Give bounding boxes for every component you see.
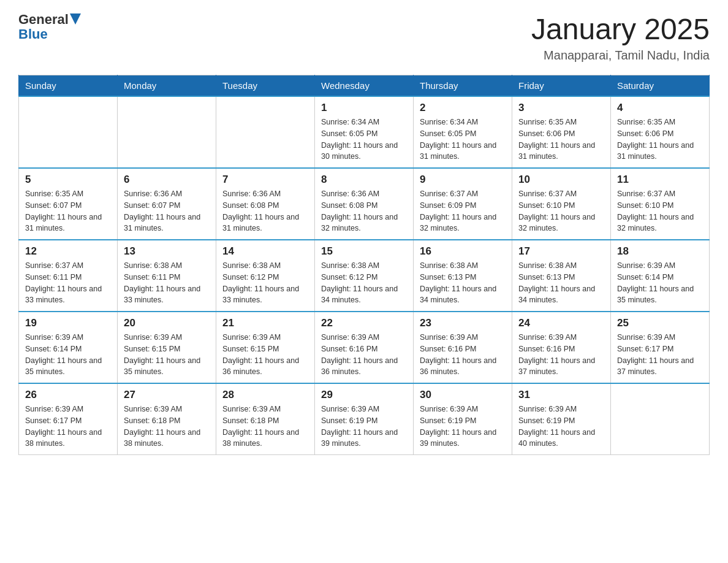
day-info: Sunrise: 6:39 AMSunset: 6:15 PMDaylight:… [124,332,210,378]
calendar-cell: 6Sunrise: 6:36 AMSunset: 6:07 PMDaylight… [118,168,216,240]
day-number: 17 [518,245,604,258]
day-number: 7 [222,174,308,186]
day-number: 28 [222,389,308,401]
day-number: 25 [617,317,703,329]
calendar-week-row: 12Sunrise: 6:37 AMSunset: 6:11 PMDayligh… [19,240,710,312]
day-number: 23 [420,317,506,329]
calendar-cell: 28Sunrise: 6:39 AMSunset: 6:18 PMDayligh… [216,383,315,455]
day-number: 20 [124,317,210,329]
calendar-cell: 11Sunrise: 6:37 AMSunset: 6:10 PMDayligh… [611,168,710,240]
day-number: 31 [518,389,604,401]
day-info: Sunrise: 6:39 AMSunset: 6:18 PMDaylight:… [222,404,308,450]
day-number: 9 [420,174,506,186]
calendar-header-row: SundayMondayTuesdayWednesdayThursdayFrid… [19,75,710,97]
calendar-cell: 29Sunrise: 6:39 AMSunset: 6:19 PMDayligh… [315,383,414,455]
day-number: 24 [518,317,604,329]
column-header-friday: Friday [512,75,611,97]
calendar-week-row: 1Sunrise: 6:34 AMSunset: 6:05 PMDaylight… [19,96,710,168]
day-number: 3 [518,102,604,114]
day-info: Sunrise: 6:39 AMSunset: 6:19 PMDaylight:… [518,404,604,450]
column-header-tuesday: Tuesday [216,75,315,97]
column-header-monday: Monday [118,75,216,97]
day-number: 12 [25,245,111,258]
calendar-week-row: 5Sunrise: 6:35 AMSunset: 6:07 PMDaylight… [19,168,710,240]
calendar-week-row: 19Sunrise: 6:39 AMSunset: 6:14 PMDayligh… [19,312,710,383]
day-info: Sunrise: 6:39 AMSunset: 6:15 PMDaylight:… [222,332,308,378]
calendar-cell: 19Sunrise: 6:39 AMSunset: 6:14 PMDayligh… [19,312,118,383]
calendar-week-row: 26Sunrise: 6:39 AMSunset: 6:17 PMDayligh… [19,383,710,455]
day-info: Sunrise: 6:39 AMSunset: 6:16 PMDaylight:… [420,332,506,378]
calendar-table: SundayMondayTuesdayWednesdayThursdayFrid… [18,75,710,455]
day-number: 11 [617,174,703,186]
logo: General Blue [18,12,81,42]
day-info: Sunrise: 6:38 AMSunset: 6:11 PMDaylight:… [124,260,210,306]
calendar-cell: 24Sunrise: 6:39 AMSunset: 6:16 PMDayligh… [512,312,611,383]
calendar-cell: 1Sunrise: 6:34 AMSunset: 6:05 PMDaylight… [315,96,414,168]
day-info: Sunrise: 6:38 AMSunset: 6:12 PMDaylight:… [222,260,308,306]
day-info: Sunrise: 6:36 AMSunset: 6:08 PMDaylight:… [321,188,407,234]
column-header-sunday: Sunday [19,75,118,97]
day-info: Sunrise: 6:39 AMSunset: 6:14 PMDaylight:… [617,260,703,306]
day-info: Sunrise: 6:39 AMSunset: 6:17 PMDaylight:… [25,404,111,450]
calendar-cell: 16Sunrise: 6:38 AMSunset: 6:13 PMDayligh… [414,240,512,312]
calendar-cell: 2Sunrise: 6:34 AMSunset: 6:05 PMDaylight… [414,96,512,168]
day-info: Sunrise: 6:37 AMSunset: 6:10 PMDaylight:… [617,188,703,234]
calendar-cell: 3Sunrise: 6:35 AMSunset: 6:06 PMDaylight… [512,96,611,168]
day-info: Sunrise: 6:38 AMSunset: 6:13 PMDaylight:… [420,260,506,306]
calendar-cell: 20Sunrise: 6:39 AMSunset: 6:15 PMDayligh… [118,312,216,383]
day-info: Sunrise: 6:37 AMSunset: 6:09 PMDaylight:… [420,188,506,234]
calendar-cell: 31Sunrise: 6:39 AMSunset: 6:19 PMDayligh… [512,383,611,455]
day-info: Sunrise: 6:39 AMSunset: 6:19 PMDaylight:… [420,404,506,450]
day-info: Sunrise: 6:35 AMSunset: 6:07 PMDaylight:… [25,188,111,234]
location-subtitle: Manapparai, Tamil Nadu, India [531,48,710,63]
day-number: 8 [321,174,407,186]
day-number: 21 [222,317,308,329]
calendar-cell: 12Sunrise: 6:37 AMSunset: 6:11 PMDayligh… [19,240,118,312]
calendar-cell: 23Sunrise: 6:39 AMSunset: 6:16 PMDayligh… [414,312,512,383]
logo-general-text: General [18,12,69,27]
svg-marker-0 [70,13,81,25]
day-info: Sunrise: 6:38 AMSunset: 6:12 PMDaylight:… [321,260,407,306]
calendar-cell: 30Sunrise: 6:39 AMSunset: 6:19 PMDayligh… [414,383,512,455]
day-number: 2 [420,102,506,114]
day-info: Sunrise: 6:39 AMSunset: 6:16 PMDaylight:… [518,332,604,378]
calendar-cell [19,96,118,168]
day-info: Sunrise: 6:34 AMSunset: 6:05 PMDaylight:… [420,117,506,163]
day-info: Sunrise: 6:39 AMSunset: 6:14 PMDaylight:… [25,332,111,378]
day-info: Sunrise: 6:34 AMSunset: 6:05 PMDaylight:… [321,117,407,163]
day-number: 18 [617,245,703,258]
calendar-cell: 18Sunrise: 6:39 AMSunset: 6:14 PMDayligh… [611,240,710,312]
day-number: 14 [222,245,308,258]
day-number: 6 [124,174,210,186]
month-title: January 2025 [531,12,710,46]
day-number: 1 [321,102,407,114]
calendar-cell: 10Sunrise: 6:37 AMSunset: 6:10 PMDayligh… [512,168,611,240]
logo-blue-text: Blue [18,26,48,42]
calendar-cell: 4Sunrise: 6:35 AMSunset: 6:06 PMDaylight… [611,96,710,168]
column-header-wednesday: Wednesday [315,75,414,97]
day-number: 26 [25,389,111,401]
calendar-cell: 8Sunrise: 6:36 AMSunset: 6:08 PMDaylight… [315,168,414,240]
day-number: 27 [124,389,210,401]
page-header: General Blue January 2025 Manapparai, Ta… [18,12,710,63]
day-number: 10 [518,174,604,186]
day-info: Sunrise: 6:39 AMSunset: 6:16 PMDaylight:… [321,332,407,378]
logo-triangle-icon [70,13,81,26]
day-number: 29 [321,389,407,401]
calendar-cell: 22Sunrise: 6:39 AMSunset: 6:16 PMDayligh… [315,312,414,383]
day-number: 19 [25,317,111,329]
column-header-saturday: Saturday [611,75,710,97]
day-number: 15 [321,245,407,258]
calendar-cell: 13Sunrise: 6:38 AMSunset: 6:11 PMDayligh… [118,240,216,312]
calendar-cell: 5Sunrise: 6:35 AMSunset: 6:07 PMDaylight… [19,168,118,240]
calendar-cell [611,383,710,455]
calendar-cell: 27Sunrise: 6:39 AMSunset: 6:18 PMDayligh… [118,383,216,455]
calendar-cell: 9Sunrise: 6:37 AMSunset: 6:09 PMDaylight… [414,168,512,240]
calendar-cell: 26Sunrise: 6:39 AMSunset: 6:17 PMDayligh… [19,383,118,455]
calendar-cell: 21Sunrise: 6:39 AMSunset: 6:15 PMDayligh… [216,312,315,383]
calendar-cell: 15Sunrise: 6:38 AMSunset: 6:12 PMDayligh… [315,240,414,312]
column-header-thursday: Thursday [414,75,512,97]
calendar-cell: 14Sunrise: 6:38 AMSunset: 6:12 PMDayligh… [216,240,315,312]
day-info: Sunrise: 6:35 AMSunset: 6:06 PMDaylight:… [617,117,703,163]
day-number: 30 [420,389,506,401]
